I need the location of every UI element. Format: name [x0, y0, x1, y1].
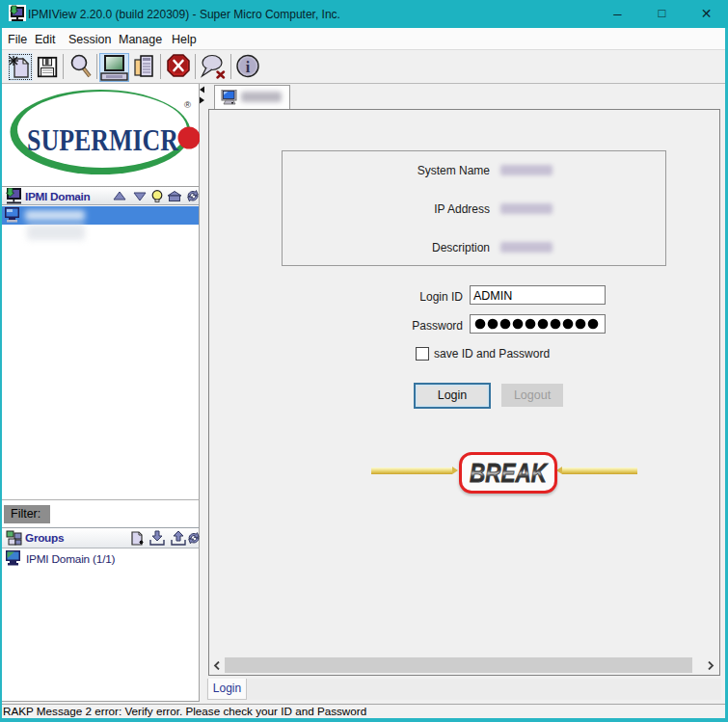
svg-text:i: i: [246, 59, 251, 75]
svg-text:®: ®: [184, 99, 191, 110]
svg-text:SUPERMICR: SUPERMICR: [27, 123, 179, 157]
svg-text:BREAK: BREAK: [470, 459, 549, 488]
